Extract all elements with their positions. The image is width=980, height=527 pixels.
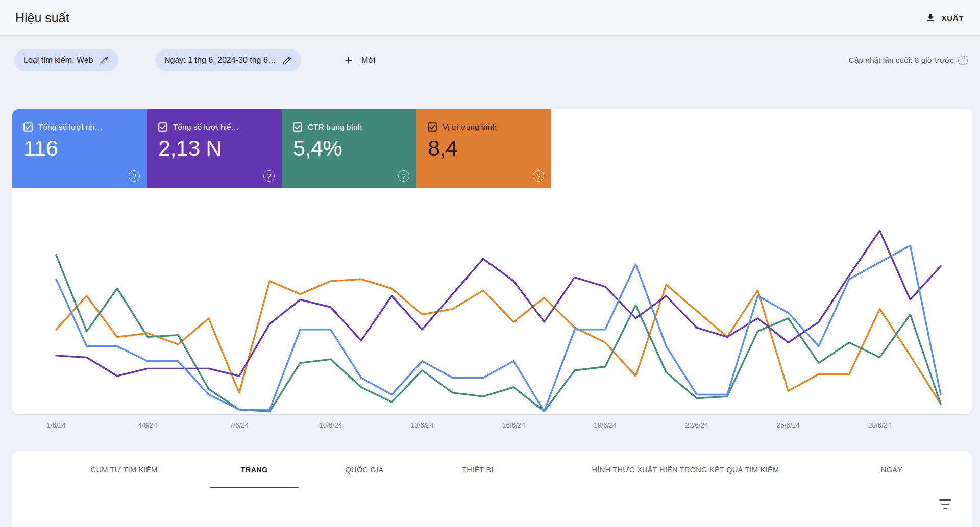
metric-help-icon[interactable]	[533, 170, 544, 182]
edit-pencil-icon	[282, 56, 292, 65]
checkbox-checked-icon[interactable]	[23, 122, 33, 132]
download-icon	[925, 13, 936, 23]
tab-devices[interactable]: THIẾT BỊ	[431, 451, 524, 488]
metric-card-position[interactable]: Vị trí trung bình8,4	[416, 109, 551, 188]
new-filter-label: Mới	[361, 56, 375, 65]
page-header: Hiệu suất XUẤT	[0, 0, 980, 36]
metric-card-clicks[interactable]: Tổng số lượt nh…116	[12, 109, 147, 188]
tab-dates[interactable]: NGÀY	[850, 451, 933, 488]
dimensions-table-card: CỤM TỪ TÌM KIẾM TRANG QUỐC GIA THIẾT BỊ …	[12, 451, 972, 527]
search-type-chip[interactable]: Loại tìm kiếm: Web	[14, 49, 118, 71]
export-label: XUẤT	[942, 14, 964, 22]
tab-search-appearance[interactable]: HÌNH THỨC XUẤT HIỆN TRONG KẾT QUẢ TÌM KI…	[561, 451, 810, 488]
tab-queries[interactable]: CỤM TỪ TÌM KIẾM	[60, 451, 188, 488]
metric-cards-row: Tổng số lượt nh…116Tổng số lượt hiể…2,13…	[12, 109, 551, 188]
x-axis-label: 1/6/24	[46, 421, 66, 429]
performance-chart-card: Tổng số lượt nh…116Tổng số lượt hiể…2,13…	[12, 109, 972, 414]
metric-label: CTR trung bình	[308, 122, 362, 132]
checkbox-checked-icon[interactable]	[158, 122, 167, 132]
checkbox-checked-icon[interactable]	[293, 122, 302, 132]
checkbox-checked-icon[interactable]	[428, 122, 437, 132]
metric-card-impressions[interactable]: Tổng số lượt hiể…2,13 N	[147, 109, 282, 188]
last-updated-text: Cập nhật lần cuối: 8 giờ trước	[849, 56, 954, 65]
last-updated: Cập nhật lần cuối: 8 giờ trước	[849, 49, 968, 71]
search-console-performance-page: Hiệu suất XUẤT Loại tìm kiếm: Web Ngày: …	[0, 0, 980, 527]
chart-line-position	[56, 279, 941, 404]
edit-pencil-icon	[100, 56, 109, 65]
table-header-strip	[12, 521, 972, 527]
x-axis-label: 4/6/24	[138, 421, 157, 429]
metric-help-icon[interactable]	[129, 170, 140, 182]
tab-countries[interactable]: QUỐC GIA	[315, 451, 414, 488]
x-axis-label: 28/6/24	[868, 421, 891, 429]
x-axis-label: 13/6/24	[411, 421, 434, 429]
date-range-chip[interactable]: Ngày: 1 thg 6, 2024-30 thg 6…	[155, 49, 301, 71]
x-axis-label: 10/6/24	[319, 421, 342, 429]
new-filter-button[interactable]: Mới	[340, 49, 378, 71]
metric-label: Tổng số lượt hiể…	[173, 122, 239, 132]
x-axis-label: 16/6/24	[502, 421, 525, 429]
x-axis-label: 22/6/24	[685, 421, 708, 429]
plus-icon	[343, 55, 354, 66]
x-axis-label: 19/6/24	[594, 421, 617, 429]
last-updated-help-icon[interactable]	[958, 56, 968, 65]
table-filter-icon[interactable]	[938, 498, 952, 511]
dimension-tabs: CỤM TỪ TÌM KIẾM TRANG QUỐC GIA THIẾT BỊ …	[12, 451, 972, 488]
x-axis-label: 7/6/24	[230, 421, 249, 429]
metric-card-ctr[interactable]: CTR trung bình5,4%	[282, 109, 416, 188]
x-axis-label: 25/6/24	[777, 421, 800, 429]
metric-help-icon[interactable]	[398, 170, 409, 182]
metric-label: Vị trí trung bình	[443, 122, 497, 132]
metric-value: 5,4%	[293, 136, 406, 161]
metric-value: 8,4	[428, 136, 541, 161]
metric-help-icon[interactable]	[263, 170, 275, 182]
export-button[interactable]: XUẤT	[922, 0, 967, 36]
page-title: Hiệu suất	[15, 0, 69, 36]
metric-value: 2,13 N	[158, 136, 272, 161]
metric-label: Tổng số lượt nh…	[38, 122, 103, 132]
date-range-chip-label: Ngày: 1 thg 6, 2024-30 thg 6…	[164, 56, 276, 65]
tab-pages[interactable]: TRANG	[210, 451, 298, 488]
metric-value: 116	[23, 136, 137, 161]
search-type-chip-label: Loại tìm kiếm: Web	[23, 56, 93, 65]
